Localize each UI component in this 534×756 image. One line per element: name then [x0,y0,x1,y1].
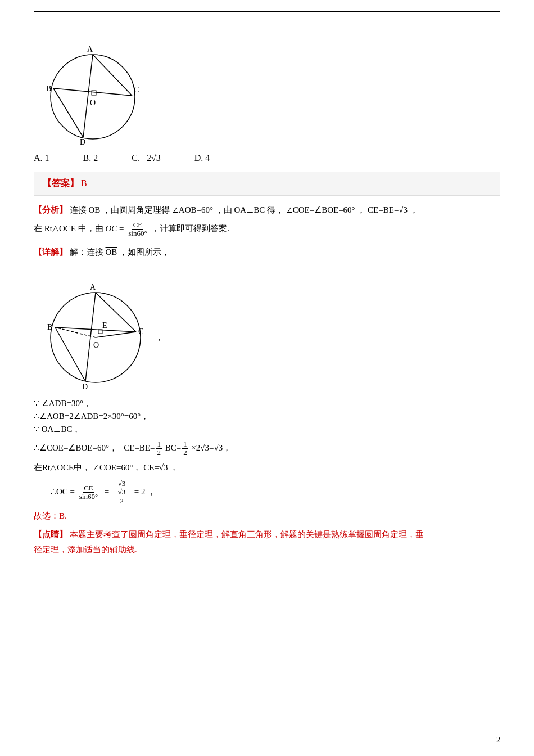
diagram2: A B C D O E [34,264,152,394]
analysis-angle2: ∠COE=∠BOE=60° [286,205,355,214]
label2-C: C [138,327,143,336]
analysis-section: 【分析】 连接 OB ，由圆周角定理得 ∠AOB=60° ，由 OA⊥BC 得，… [34,202,500,218]
choice-B-label: B. [83,153,92,163]
analysis-text4: 得， [267,205,284,214]
answer-value: B [81,178,87,188]
analysis-cebe: CE=BE=√3 [368,205,408,214]
svg-line-4 [93,55,132,96]
proof-l3: ∵ OA⊥BC， [34,424,500,435]
proof-l1: ∵ ∠ADB=30°， [34,398,500,409]
analysis-ob: OB [89,205,101,214]
choice-C: C. 2√3 [132,153,160,163]
proof-l2: ∴∠AOB=2∠ADB=2×30°=60°， [34,411,500,422]
label2-D: D [82,382,88,391]
proof-l4: ∴∠COE=∠BOE=60°， CE=BE=12 BC=12 ×2√3=√3， [34,440,500,457]
choice-A-label: A. [34,153,43,163]
choice-C-label: C. [132,153,140,163]
label-A: A [87,45,93,53]
svg-line-3 [53,88,83,137]
note-label: 【点睛】 [34,530,67,539]
diagram1-area: A B C D O [34,29,500,147]
analysis-oc-frac: OC = CE sin60° [105,224,151,233]
choice-B-value: 2 [93,153,98,163]
top-divider [34,11,500,12]
choice-D-label: D. [194,153,203,163]
answer-section: 【答案】 B [34,172,500,196]
label2-O: O [93,341,99,349]
note-text2: 径定理，添加适当的辅助线. [34,545,137,554]
detail-text: 解：连接 [70,248,103,256]
analysis-comma2: ， [410,205,418,214]
choice-C-value: 2√3 [147,153,161,163]
analysis-in: 在 [34,224,42,233]
svg-line-1 [53,88,132,96]
detail-text2: ，如图所示， [119,248,170,256]
detail-label-line: 【详解】 解：连接 OB ，如图所示， [34,245,500,260]
note-text: 本题主要考查了圆周角定理，垂径定理，解直角三角形，解题的关键是熟练掌握圆周角定理… [70,530,424,539]
note-section: 【点睛】 本题主要考查了圆周角定理，垂径定理，解直角三角形，解题的关键是熟练掌握… [34,527,500,557]
detail-ob: OB [106,248,117,256]
choice-D-value: 4 [205,153,210,163]
diagram2-area: A B C D O E ， [34,264,500,394]
frac-half2: 12 [182,440,188,457]
analysis-text1: 连接 [70,205,87,214]
choice-A: A. 1 [34,153,49,163]
diagram2-comma: ， [155,332,164,344]
conclusion: 故选：B. [34,511,500,521]
analysis-line2: 在 Rt△OCE 中，由 OC = CE sin60° ，计算即可得到答案. [34,221,500,238]
label2-B: B [47,323,52,331]
label-D: D [80,138,85,146]
label-O: O [90,98,96,107]
svg-point-0 [51,55,135,139]
diagram1: A B C D O [34,29,146,147]
analysis-text3: ，由 [215,205,232,214]
answer-choices: A. 1 B. 2 C. 2√3 D. 4 [34,153,500,163]
svg-line-9 [55,327,85,381]
label2-E: E [102,321,107,330]
svg-line-7 [55,327,136,332]
analysis-mid: 中，由 [78,224,103,233]
svg-line-2 [83,55,93,137]
analysis-rtoce: Rt△OCE [44,224,76,233]
analysis-text2: ，由圆周角定理得 [102,205,170,214]
label-B: B [46,84,51,93]
choice-A-value: 1 [45,153,49,163]
proof-l5: 在Rt△OCE中， ∠COE=60°， CE=√3 ， [34,460,500,475]
frac-oc2: √3 √32 [115,480,129,505]
page-number: 2 [496,736,500,745]
label2-A: A [90,283,96,291]
frac-oc: CE sin60° [78,484,99,501]
label-C: C [134,86,139,94]
detail-label: 【详解】 [34,248,67,256]
analysis-angle1: ∠AOB=60° [172,205,213,214]
svg-line-10 [96,292,136,332]
svg-rect-5 [92,91,96,95]
proof-l6: ∴OC = CE sin60° = √3 √32 = 2 ， [51,480,500,505]
analysis-label: 【分析】 [34,205,67,214]
choice-D: D. 4 [194,153,210,163]
analysis-perp: OA⊥BC [234,205,265,214]
svg-line-12 [96,332,136,338]
choice-B: B. 2 [83,153,98,163]
analysis-end: ，计算即可得到答案. [151,224,229,233]
frac-half1: 12 [156,440,162,457]
analysis-comma: ， [357,205,365,214]
answer-label: 【答案】 [43,178,79,188]
